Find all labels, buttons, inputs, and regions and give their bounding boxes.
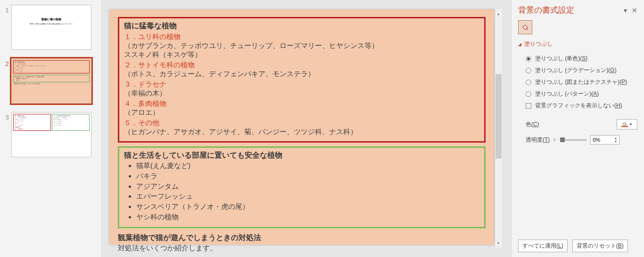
- list-item: サンスベリア（トラノオ・虎の尾）: [136, 201, 479, 212]
- fill-pattern-radio[interactable]: 塗りつぶし (パターン)(A): [526, 90, 637, 98]
- item-body: （アロエ）: [124, 108, 479, 117]
- list-item: ４．多肉植物 （アロエ）: [124, 99, 479, 117]
- transparency-label: 透明度(T): [526, 136, 550, 144]
- item-body: （カサブランカ、テッポウユリ、チューリップ、ローズマリー、ヒヤシンス等） ススキ…: [124, 41, 479, 59]
- paint-bucket-color-icon: [621, 121, 628, 127]
- content-box-dangerous[interactable]: 猫に猛毒な植物 １．ユリ科の植物 （カサブランカ、テッポウユリ、チューリップ、ロ…: [118, 17, 486, 143]
- radio-icon: [526, 91, 531, 97]
- item-body: （ヒガンバナ、アサガオ、アジサイ、菊、パンジー、ツツジ科、ナス科）: [124, 128, 479, 137]
- app-root: 1 動物に毒の植物 意外と身近な植物の大半が実は危険になっている！ 2 猫に猛毒…: [0, 0, 644, 257]
- thumbnail-3[interactable]: 猫に猛毒な植物 １．ユリ科の植物 カサブランカ ２．サトイモ ポトス ３．ドラセ…: [11, 112, 91, 157]
- box-heading: 猫と生活をしている部屋に置いても安全な植物: [124, 151, 479, 161]
- radio-icon: [526, 68, 531, 73]
- slide-canvas[interactable]: 猫に猛毒な植物 １．ユリ科の植物 （カサブランカ、テッポウユリ、チューリップ、ロ…: [109, 9, 494, 245]
- box-heading: 猫に猛毒な植物: [124, 21, 479, 31]
- radio-icon: [526, 80, 531, 85]
- item-body: （ポトス、カラジューム、ディフェンバキア、モンステラ）: [124, 70, 479, 79]
- spin-down[interactable]: ▼: [614, 140, 617, 143]
- list-item: ３．ドラセナ （幸福の木）: [124, 80, 479, 98]
- transparency-spinbox[interactable]: ▲ ▼: [590, 135, 619, 145]
- panel-menu-button[interactable]: ▾: [624, 7, 627, 14]
- list-item: １．ユリ科の植物 （カサブランカ、テッポウユリ、チューリップ、ローズマリー、ヒヤ…: [124, 32, 479, 59]
- apply-all-button[interactable]: すべてに適用(L): [518, 240, 568, 252]
- fill-section-header[interactable]: ◢ 塗りつぶし: [518, 40, 637, 48]
- item-num: ４．多肉植物: [124, 99, 479, 108]
- thumbnail-row: 2 猫に猛毒な植物 １．ユリ科の植物 （カサブランカ、テッポウユリ、チューリップ…: [3, 58, 98, 104]
- fill-picture-radio[interactable]: 塗りつぶし (図またはテクスチャ)(P): [526, 78, 637, 86]
- collapse-icon: ◢: [518, 42, 521, 47]
- radio-label: 塗りつぶし (図またはテクスチャ)(P): [535, 78, 627, 86]
- scroll-up-button[interactable]: ▴: [495, 10, 502, 17]
- item-num: １．ユリ科の植物: [124, 32, 479, 41]
- panel-title: 背景の書式設定: [518, 5, 574, 16]
- panel-header: 背景の書式設定 ▾ ✕: [518, 5, 637, 16]
- color-picker-button[interactable]: ▼: [617, 119, 637, 129]
- fill-category-button[interactable]: [518, 20, 532, 34]
- thumbnail-1[interactable]: 動物に毒の植物 意外と身近な植物の大半が実は危険になっている！: [11, 5, 91, 50]
- section-heading: 観葉植物で猫が遊んでしまうときの対処法: [118, 233, 486, 243]
- fill-gradient-radio[interactable]: 塗りつぶし (グラデーション)(G): [526, 66, 637, 74]
- list-item: 猫草(えん麦など): [136, 161, 479, 171]
- transparency-input[interactable]: [593, 137, 609, 143]
- scroll-track[interactable]: [495, 17, 502, 240]
- fill-section-label: 塗りつぶし: [524, 40, 553, 48]
- paint-bucket-icon: [521, 24, 529, 31]
- slide-thumbnail-pane[interactable]: 1 動物に毒の植物 意外と身近な植物の大半が実は危険になっている！ 2 猫に猛毒…: [0, 0, 101, 257]
- item-num: ５．その他: [124, 119, 479, 128]
- chevron-down-icon: ▼: [629, 122, 633, 127]
- radio-label: 塗りつぶし (パターン)(A): [535, 90, 599, 98]
- content-box-safe[interactable]: 猫と生活をしている部屋に置いても安全な植物 猫草(えん麦など) パキラ アジアン…: [118, 146, 486, 228]
- safe-list: 猫草(えん麦など) パキラ アジアンタム エバーフレッシュ サンスベリア（トラノ…: [124, 161, 479, 222]
- panel-footer: すべてに適用(L) 背景のリセット(B): [518, 240, 637, 252]
- thumbnail-number: 3: [3, 112, 11, 157]
- list-item: パキラ: [136, 171, 479, 181]
- thumb1-sub: 意外と身近な植物の大半が実は危険になっている！: [12, 23, 91, 25]
- content-section-countermeasure[interactable]: 観葉植物で猫が遊んでしまうときの対処法 対処法をいくつか紹介します。: [118, 233, 486, 253]
- color-label: 色(C): [526, 120, 539, 128]
- list-item: アジアンタム: [136, 181, 479, 192]
- checkbox-label: 背景グラフィックを表示しない(H): [535, 102, 622, 110]
- fill-solid-radio[interactable]: 塗りつぶし (単色)(S): [526, 55, 637, 63]
- radio-label: 塗りつぶし (単色)(S): [535, 55, 587, 63]
- thumbnail-number: 2: [3, 58, 11, 104]
- list-item: ２．サトイモ科の植物 （ポトス、カラジューム、ディフェンバキア、モンステラ）: [124, 61, 479, 79]
- spin-up[interactable]: ▲: [614, 137, 617, 140]
- thumbnail-number: 1: [3, 5, 11, 50]
- item-num: ２．サトイモ科の植物: [124, 61, 479, 70]
- list-item: ５．その他 （ヒガンバナ、アサガオ、アジサイ、菊、パンジー、ツツジ科、ナス科）: [124, 119, 479, 137]
- list-item: ヤシ科の植物: [136, 212, 479, 222]
- thumb1-title: 動物に毒の植物: [12, 17, 91, 22]
- thumbnail-2[interactable]: 猫に猛毒な植物 １．ユリ科の植物 （カサブランカ、テッポウユリ、チューリップ…）…: [11, 58, 91, 104]
- panel-close-button[interactable]: ✕: [632, 7, 637, 14]
- scroll-down-button[interactable]: ▾: [495, 240, 502, 247]
- checkbox-icon: [526, 103, 531, 109]
- radio-label: 塗りつぶし (グラデーション)(G): [535, 66, 617, 74]
- reset-background-button[interactable]: 背景のリセット(B): [572, 240, 628, 252]
- format-background-panel: 背景の書式設定 ▾ ✕ ◢ 塗りつぶし 塗りつぶし (単色)(S) 塗りつぶし …: [511, 0, 644, 257]
- list-item: エバーフレッシュ: [136, 191, 479, 201]
- section-sub: 対処法をいくつか紹介します。: [118, 244, 486, 253]
- item-body: （幸福の木）: [124, 89, 479, 98]
- thumbnail-row: 1 動物に毒の植物 意外と身近な植物の大半が実は危険になっている！: [3, 5, 98, 50]
- thumbnail-row: 3 猫に猛毒な植物 １．ユリ科の植物 カサブランカ ２．サトイモ ポトス ３．ド…: [3, 112, 98, 157]
- transparency-slider[interactable]: [560, 139, 586, 141]
- scroll-thumb[interactable]: [495, 74, 502, 159]
- transparency-row: 透明度(T) ⊦ ▲ ▼: [526, 135, 637, 145]
- item-num: ３．ドラセナ: [124, 80, 479, 89]
- slide-editor-area: 猫に猛毒な植物 １．ユリ科の植物 （カサブランカ、テッポウユリ、チューリップ、ロ…: [101, 0, 511, 257]
- vertical-scrollbar[interactable]: ▴ ▾: [494, 9, 502, 248]
- slider-thumb[interactable]: [560, 137, 565, 142]
- color-field-row: 色(C) ▼: [526, 119, 637, 129]
- radio-icon: [526, 56, 531, 62]
- hide-bg-graphics-checkbox[interactable]: 背景グラフィックを表示しない(H): [526, 102, 637, 110]
